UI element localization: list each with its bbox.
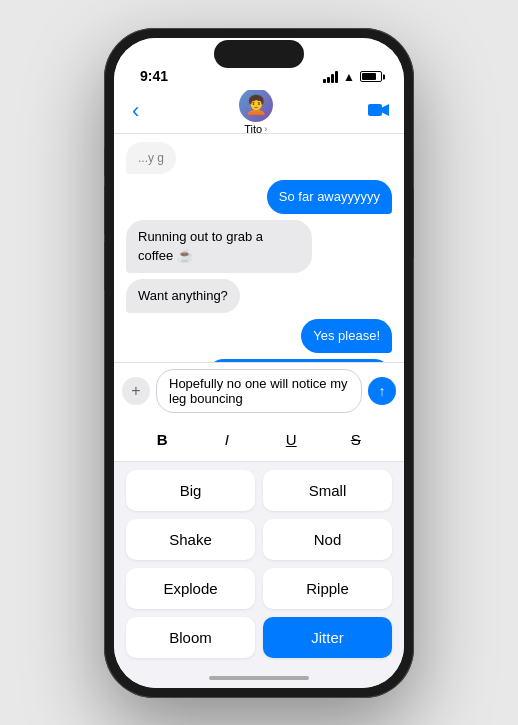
phone-frame: 9:41 ▲ ‹ 🧑‍🦱 Tito › — [104, 28, 414, 698]
volume-up-button[interactable] — [104, 186, 105, 234]
message-row: So far awayyyyyy — [126, 180, 392, 214]
underline-button[interactable]: U — [273, 425, 309, 455]
effect-ripple-button[interactable]: Ripple — [263, 568, 392, 609]
message-bubble: Want anything? — [126, 279, 240, 313]
chevron-icon: › — [264, 124, 267, 134]
power-button[interactable] — [413, 188, 414, 258]
home-indicator — [114, 668, 404, 688]
compose-area: + Hopefully no one will notice my leg bo… — [114, 362, 404, 668]
message-bubble: Yes please! — [301, 319, 392, 353]
message-bubble: So far awayyyyyy — [267, 180, 392, 214]
nav-center[interactable]: 🧑‍🦱 Tito › — [239, 88, 273, 135]
battery-icon — [360, 71, 382, 82]
status-time: 9:41 — [140, 68, 168, 84]
effect-nod-button[interactable]: Nod — [263, 519, 392, 560]
effect-small-button[interactable]: Small — [263, 470, 392, 511]
message-bubble: ...y g — [126, 142, 176, 175]
message-row: ...y g — [126, 142, 392, 175]
add-attachment-button[interactable]: + — [122, 377, 150, 405]
back-button[interactable]: ‹ — [128, 94, 143, 128]
compose-row: + Hopefully no one will notice my leg bo… — [114, 363, 404, 419]
bold-button[interactable]: B — [144, 425, 180, 455]
effect-bloom-button[interactable]: Bloom — [126, 617, 255, 658]
message-row: Running out to grab a coffee ☕ — [126, 220, 392, 272]
strikethrough-button[interactable]: S — [338, 425, 374, 455]
svg-rect-0 — [368, 104, 382, 116]
effects-grid: Big Small Shake Nod Explode Ripple Bloom… — [114, 462, 404, 668]
format-bar: B I U S — [114, 419, 404, 462]
effect-big-button[interactable]: Big — [126, 470, 255, 511]
volume-down-button[interactable] — [104, 242, 105, 290]
italic-button[interactable]: I — [209, 425, 245, 455]
message-row: Want anything? — [126, 279, 392, 313]
wifi-icon: ▲ — [343, 70, 355, 84]
effect-shake-button[interactable]: Shake — [126, 519, 255, 560]
contact-name: Tito › — [244, 123, 267, 135]
effect-explode-button[interactable]: Explode — [126, 568, 255, 609]
dynamic-island — [214, 40, 304, 68]
message-bubble: Running out to grab a coffee ☕ — [126, 220, 312, 272]
send-button[interactable]: ↑ — [368, 377, 396, 405]
video-call-button[interactable] — [368, 100, 390, 123]
effect-jitter-button[interactable]: Jitter — [263, 617, 392, 658]
avatar: 🧑‍🦱 — [239, 88, 273, 122]
message-input[interactable]: Hopefully no one will notice my leg boun… — [156, 369, 362, 413]
message-row: Yes please! — [126, 319, 392, 353]
home-bar — [209, 676, 309, 680]
mute-button[interactable] — [104, 148, 105, 176]
nav-bar: ‹ 🧑‍🦱 Tito › — [114, 90, 404, 134]
phone-screen: 9:41 ▲ ‹ 🧑‍🦱 Tito › — [114, 38, 404, 688]
chat-area: ...y g So far awayyyyyy Running out to g… — [114, 134, 404, 362]
status-icons: ▲ — [323, 70, 382, 84]
signal-icon — [323, 71, 338, 83]
